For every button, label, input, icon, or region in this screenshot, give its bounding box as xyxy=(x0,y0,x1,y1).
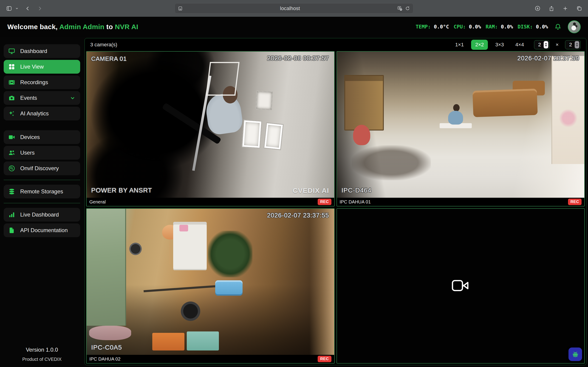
chevron-down-icon[interactable] xyxy=(15,7,18,10)
sidebar-divider xyxy=(4,203,80,203)
scene-shape xyxy=(206,62,240,96)
scene-shape xyxy=(170,240,171,264)
sidebar-item-api-documentation[interactable]: API Documentation xyxy=(4,223,80,237)
camera-icon xyxy=(8,94,15,101)
sidebar-item-live-view[interactable]: Live View xyxy=(4,60,80,74)
welcome-connector: to xyxy=(104,23,115,31)
camera-osd-name: IPC-D464 xyxy=(342,187,372,194)
video-camera-icon xyxy=(8,134,15,141)
sidebar-item-label: Live Dashboard xyxy=(20,211,59,218)
page-title: Welcome back, Admin Admin to NVR AI xyxy=(7,23,138,31)
sidebar-item-events[interactable]: Events xyxy=(4,91,80,105)
camera-tile-ipc-dahua-02[interactable]: 2026-02-07 23:37:55 IPC-C0A5 IPC DAHUA 0… xyxy=(86,208,335,364)
sidebar-footer: Version 1.0.0 Product of CVEDIX xyxy=(0,347,84,362)
debug-bug-button[interactable] xyxy=(569,348,582,361)
camera-video-empty[interactable] xyxy=(337,209,585,363)
stat-ram: RAM: 0.0% xyxy=(485,24,513,30)
scene-shape xyxy=(89,326,131,340)
sidebar-item-label: AI Analytics xyxy=(20,110,49,117)
share-icon[interactable] xyxy=(549,6,554,11)
grid-toolbar: 3 camera(s) 1×1 2×2 3×3 4×4 × xyxy=(85,38,586,51)
camera-tile-empty[interactable] xyxy=(337,208,585,364)
sidebar-item-label: Users xyxy=(20,150,35,156)
sidebar-item-label: API Documentation xyxy=(20,227,68,234)
scene-shape xyxy=(187,332,219,350)
url-text[interactable]: localhost xyxy=(183,6,397,11)
sidebar-item-devices[interactable]: Devices xyxy=(4,130,80,144)
sidebar-item-label: Recordings xyxy=(20,79,48,85)
cols-stepper[interactable] xyxy=(575,41,579,48)
tabs-icon[interactable] xyxy=(576,6,582,11)
scene-shape xyxy=(152,333,184,350)
rec-badge: REC xyxy=(318,199,331,205)
layout-3x3-button[interactable]: 3×3 xyxy=(491,40,508,50)
sidebar-item-users[interactable]: Users xyxy=(4,146,80,160)
camera-count: 3 camera(s) xyxy=(90,42,117,48)
stat-temp: TEMP: 0.0°C xyxy=(415,24,449,30)
sidebar-item-label: Live View xyxy=(20,64,44,70)
scene-shape xyxy=(242,120,262,149)
scene-shape xyxy=(178,301,203,325)
rows-stepper[interactable] xyxy=(544,41,548,48)
grid-cols-input[interactable] xyxy=(565,40,581,49)
address-bar[interactable]: localhost xyxy=(174,3,414,14)
notifications-bell-icon[interactable] xyxy=(554,23,561,31)
scene-shape xyxy=(344,75,384,131)
stat-disk: DISK: 0.0% xyxy=(518,24,548,30)
chevron-down-icon[interactable] xyxy=(69,95,76,101)
sidebar-item-label: Onvif Discovery xyxy=(20,165,59,172)
camera-tile-ipc-dahua-01[interactable]: 2026-02-07 23:37:59 IPC-D464 IPC DAHUA 0… xyxy=(337,51,585,206)
sidebar-toggle-icon[interactable] xyxy=(6,6,12,11)
users-icon xyxy=(8,149,15,156)
rec-badge: REC xyxy=(568,199,582,205)
grid-cols-value[interactable] xyxy=(568,42,573,48)
layout-2x2-button[interactable]: 2×2 xyxy=(471,40,488,50)
grid-size-separator: × xyxy=(556,42,559,48)
scene-shape xyxy=(558,107,578,129)
camera-osd-timestamp: 2026-02-07 23:37:55 xyxy=(267,212,329,219)
grid-icon xyxy=(8,63,15,70)
camera-osd-powerby: POWER BY ANSRT xyxy=(91,187,152,194)
scene-shape xyxy=(86,209,126,326)
camera-label-bar: General REC xyxy=(86,198,334,206)
sidebar-item-live-dashboard[interactable]: Live Dashboard xyxy=(4,208,80,222)
layout-4x4-button[interactable]: 4×4 xyxy=(511,40,528,50)
forward-icon[interactable] xyxy=(37,6,42,11)
new-tab-icon[interactable] xyxy=(562,6,568,11)
search-circle-icon xyxy=(8,165,15,172)
sidebar-item-label: Dashboard xyxy=(20,48,47,54)
sidebar-divider xyxy=(4,180,80,180)
back-icon[interactable] xyxy=(25,6,30,11)
welcome-prefix: Welcome back, xyxy=(7,23,59,31)
scene-shape xyxy=(263,122,284,150)
sidebar: Dashboard Live View Recordings Events AI… xyxy=(0,37,84,367)
camera-video-ipc-dahua-02[interactable]: 2026-02-07 23:37:55 IPC-C0A5 xyxy=(86,209,334,355)
sidebar-item-label: Events xyxy=(20,95,37,101)
camera-grid: CAMERA 01 2026-02-08 00:37:57 POWER BY A… xyxy=(85,51,586,365)
page-icon xyxy=(178,6,183,11)
sidebar-item-remote-storages[interactable]: Remote Storages xyxy=(4,185,80,198)
camera-video-general[interactable]: CAMERA 01 2026-02-08 00:37:57 POWER BY A… xyxy=(86,52,334,198)
camera-name: IPC DAHUA 02 xyxy=(89,357,121,362)
camera-watermark: CVEDIX AI xyxy=(293,187,329,194)
sidebar-item-onvif-discovery[interactable]: Onvif Discovery xyxy=(4,161,80,175)
scene-shape xyxy=(353,125,370,145)
camera-video-ipc-dahua-01[interactable]: 2026-02-07 23:37:59 IPC-D464 xyxy=(337,52,585,198)
avatar[interactable] xyxy=(568,20,581,33)
scene-shape xyxy=(173,222,207,270)
grid-rows-value[interactable] xyxy=(536,42,543,48)
sidebar-item-ai-analytics[interactable]: AI Analytics xyxy=(4,107,80,120)
scene-shape xyxy=(453,104,460,111)
version-label: Version 1.0.0 xyxy=(0,347,84,353)
monitor-icon xyxy=(8,48,15,55)
sidebar-item-recordings[interactable]: Recordings xyxy=(4,75,80,89)
film-icon xyxy=(8,79,15,86)
camera-tile-general[interactable]: CAMERA 01 2026-02-08 00:37:57 POWER BY A… xyxy=(86,51,335,206)
grid-rows-input[interactable] xyxy=(534,40,550,49)
layout-1x1-button[interactable]: 1×1 xyxy=(451,40,468,50)
download-icon[interactable] xyxy=(535,6,540,11)
sidebar-item-dashboard[interactable]: Dashboard xyxy=(4,44,80,58)
translate-icon[interactable] xyxy=(397,6,402,11)
reload-icon[interactable] xyxy=(405,6,410,11)
camera-label-bar: IPC DAHUA 02 REC xyxy=(86,355,334,363)
